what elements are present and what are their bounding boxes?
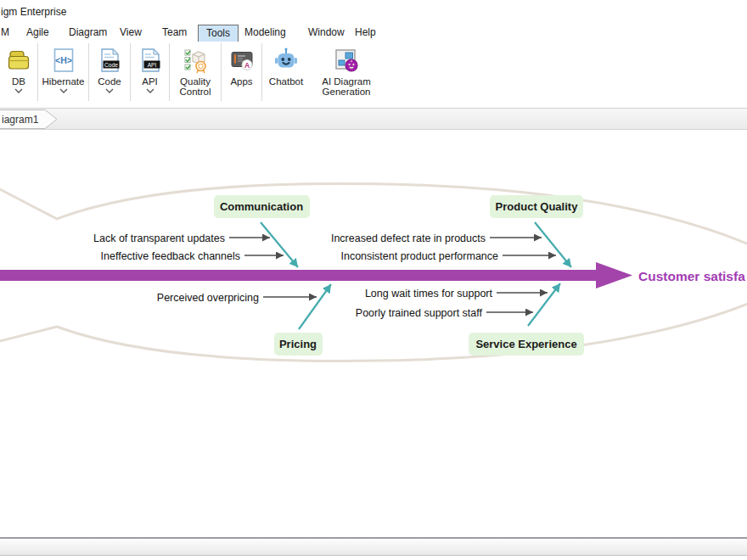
- svg-text:API: API: [147, 62, 156, 68]
- bone-service-experience[interactable]: [528, 283, 560, 326]
- diagram-tab[interactable]: iagram1: [0, 109, 68, 130]
- category-label-service-experience[interactable]: Service Experience: [475, 338, 576, 350]
- ai-diagram-generation-button[interactable]: AI Diagram Generation: [310, 42, 383, 108]
- chevron-down-icon[interactable]: [14, 88, 24, 93]
- code-button[interactable]: Code Code: [89, 42, 130, 108]
- chatbot-icon: [272, 47, 300, 74]
- menu-item-window[interactable]: Window: [308, 25, 345, 40]
- cause-label[interactable]: Lack of transparent updates: [93, 232, 225, 244]
- menu-item-view[interactable]: View: [120, 25, 142, 40]
- chevron-down-icon[interactable]: [59, 88, 69, 93]
- menu-item-modeling[interactable]: Modeling: [244, 25, 286, 40]
- menu-item-tools-active[interactable]: Tools: [198, 25, 239, 42]
- diagram-tab-label: iagram1: [2, 114, 39, 126]
- cause-label[interactable]: Ineffective feedback channels: [101, 250, 240, 262]
- tools-ribbon: DB <H> Hibernate Code: [0, 42, 747, 109]
- ai-diagram-generation-icon: [333, 47, 360, 74]
- db-button[interactable]: DB: [0, 42, 37, 108]
- category-label-product-quality[interactable]: Product Quality: [496, 200, 579, 213]
- bone-product-quality[interactable]: [535, 222, 571, 267]
- menu-item-agile[interactable]: Agile: [26, 25, 49, 40]
- diagram-canvas[interactable]: Customer satisfa Lack of transpare: [0, 130, 747, 537]
- hibernate-button-label: Hibernate: [42, 76, 85, 87]
- code-button-label: Code: [98, 76, 121, 87]
- chatbot-button-label: Chatbot: [269, 76, 303, 87]
- api-file-icon: API: [137, 47, 164, 74]
- chatbot-button[interactable]: Chatbot: [262, 42, 310, 108]
- api-button[interactable]: API API: [131, 42, 169, 108]
- effect-label[interactable]: Customer satisfa: [638, 269, 745, 283]
- bone-communication[interactable]: [261, 222, 298, 267]
- db-icon: [5, 47, 32, 74]
- db-button-label: DB: [12, 76, 25, 87]
- apps-button[interactable]: A Apps: [222, 42, 261, 108]
- quality-control-button-label: Quality Control: [170, 76, 221, 97]
- menu-item-m[interactable]: M: [1, 25, 9, 40]
- bone-pricing[interactable]: [299, 284, 331, 329]
- cause-label[interactable]: Poorly trained support staff: [356, 307, 483, 319]
- cause-label[interactable]: Increased defect rate in products: [331, 232, 486, 244]
- application-window: igm Enterprise M Agile Diagram View Team…: [0, 0, 747, 560]
- category-label-pricing[interactable]: Pricing: [279, 338, 317, 350]
- api-button-label: API: [142, 76, 158, 87]
- quality-control-icon: [182, 47, 209, 74]
- ai-diagram-generation-button-label: AI Diagram Generation: [310, 76, 383, 97]
- window-title: igm Enterprise: [1, 6, 66, 18]
- menu-bar: M Agile Diagram View Team Tools Modeling…: [0, 24, 747, 42]
- quality-control-button[interactable]: Quality Control: [170, 42, 221, 108]
- fishbone-spine[interactable]: [0, 262, 632, 288]
- menu-item-diagram[interactable]: Diagram: [69, 25, 107, 40]
- cause-label[interactable]: Inconsistent product performance: [340, 250, 498, 262]
- menu-item-team[interactable]: Team: [162, 25, 187, 40]
- status-bar: [0, 539, 747, 556]
- svg-text:A: A: [244, 61, 249, 70]
- cause-label[interactable]: Perceived overpricing: [157, 292, 259, 304]
- chevron-down-icon[interactable]: [145, 88, 155, 93]
- chevron-down-icon[interactable]: [104, 88, 115, 93]
- menu-item-help[interactable]: Help: [355, 25, 376, 40]
- apps-button-label: Apps: [230, 76, 252, 87]
- code-file-icon: Code: [96, 47, 123, 74]
- cause-label[interactable]: Long wait times for support: [365, 288, 493, 300]
- diagram-tab-bar: iagram1: [0, 109, 747, 130]
- window-title-bar: igm Enterprise: [0, 0, 747, 24]
- fishbone-diagram: Customer satisfa Lack of transpare: [0, 130, 747, 537]
- apps-icon: A: [228, 47, 256, 74]
- hibernate-icon: <H>: [50, 47, 77, 74]
- svg-text:<H>: <H>: [55, 55, 72, 65]
- svg-text:Code: Code: [104, 62, 118, 68]
- category-label-communication[interactable]: Communication: [220, 200, 303, 213]
- hibernate-button[interactable]: <H> Hibernate: [38, 42, 88, 108]
